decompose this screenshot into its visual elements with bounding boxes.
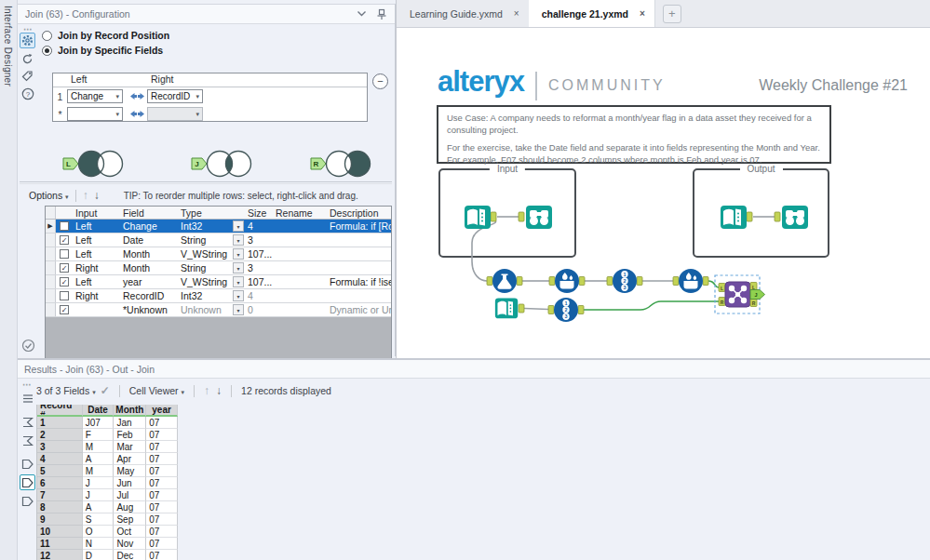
results-row[interactable]: 10OOct07 [37, 526, 178, 538]
results-row[interactable]: 6JJun07 [37, 477, 178, 489]
left-field-select[interactable]: Change▾ [67, 89, 123, 103]
cell-rename [273, 275, 327, 288]
move-up-button[interactable]: ↑ [83, 189, 88, 202]
results-column-header[interactable]: Month [114, 405, 146, 417]
row-marker [46, 247, 56, 260]
wire-recordid2-join-right[interactable] [584, 301, 719, 310]
gear-icon[interactable] [20, 33, 35, 48]
results-row[interactable]: 2FFeb07 [37, 429, 178, 441]
table-view-icon[interactable] [20, 391, 35, 407]
input-anchor-l-icon[interactable] [20, 414, 35, 430]
grid-row[interactable]: ✓LeftDateString▾3 [46, 233, 391, 247]
browse-tool[interactable] [526, 206, 552, 229]
data-cell: 07 [146, 489, 178, 501]
data-cell: 07 [146, 429, 178, 441]
text-input-tool-2[interactable] [495, 299, 518, 319]
close-icon[interactable]: × [514, 8, 519, 19]
scroll-down-button[interactable]: ↓ [216, 384, 222, 397]
reorder-tip-text: TIP: To reorder multiple rows: select, r… [124, 191, 358, 201]
remove-row-button[interactable]: − [372, 73, 388, 89]
text-input-tool[interactable] [465, 206, 491, 229]
row-checkbox[interactable] [60, 291, 69, 300]
join-tool[interactable]: L R L R J [719, 282, 765, 307]
type-dropdown[interactable]: ▾ [233, 290, 244, 301]
tag-icon[interactable] [20, 68, 35, 84]
results-column-header[interactable]: year [146, 405, 178, 417]
cell-viewer-dropdown[interactable]: Cell Viewer ▾ [129, 385, 184, 396]
record-id-tool-2[interactable]: 1 2 3 [554, 298, 578, 322]
collapse-chevron-icon[interactable] [357, 10, 367, 18]
output-anchor-l-icon[interactable] [20, 456, 35, 472]
row-checkbox[interactable]: ✓ [60, 305, 69, 314]
radio-join-by-specific-fields[interactable]: Join by Specific Fields [42, 45, 163, 56]
data-cell: 07 [146, 441, 178, 453]
results-row[interactable]: 11NNov07 [37, 538, 178, 550]
results-row[interactable]: 4AApr07 [37, 453, 178, 465]
scroll-left-icon[interactable]: ‹ [40, 556, 43, 560]
grid-row[interactable]: RightRecordIDInt32▾4 [46, 289, 391, 303]
browse-tool-output[interactable] [782, 206, 808, 229]
grid-row[interactable]: LeftMonthV_WString▾107... [46, 247, 391, 261]
text-input-tool-output[interactable] [721, 206, 747, 229]
type-dropdown[interactable]: ▾ [233, 248, 244, 260]
type-dropdown[interactable]: ▾ [233, 234, 244, 246]
radio-circle[interactable] [42, 46, 52, 56]
radio-circle[interactable] [42, 31, 52, 41]
row-checkbox[interactable]: ✓ [60, 235, 69, 245]
results-column-header[interactable]: Date [83, 405, 115, 417]
cell-input: Left [73, 275, 120, 288]
record-id-tool-1[interactable]: 1 2 3 [613, 269, 637, 293]
results-data-table[interactable]: Record #DateMonthyear1J07Jan072FFeb073MM… [36, 405, 178, 560]
row-checkbox[interactable]: ✓ [60, 263, 69, 273]
left-field-select[interactable]: ▾ [67, 107, 123, 121]
right-field-select[interactable]: RecordID▾ [147, 89, 203, 103]
results-row[interactable]: 12DDec07 [37, 550, 178, 560]
results-row[interactable]: 1J07Jan07 [37, 417, 178, 429]
type-dropdown[interactable]: ▾ [233, 304, 244, 315]
results-row[interactable]: 9SSep07 [37, 513, 178, 526]
grid-row[interactable]: ✓RightMonthString▾3 [46, 261, 391, 275]
results-row[interactable]: 7JJul07 [37, 489, 178, 501]
apply-check-icon[interactable]: ✓ [101, 384, 110, 397]
wire-textinput2-recordid2[interactable] [524, 309, 548, 310]
record-number-cell: 4 [37, 453, 83, 465]
output-anchor-r-icon[interactable] [20, 493, 35, 509]
run-settings-icon[interactable] [20, 51, 35, 67]
close-icon[interactable]: × [640, 8, 645, 19]
tab-challenge-21[interactable]: challenge 21.yxmd × [529, 0, 655, 27]
results-row[interactable]: 5MMay07 [37, 465, 178, 477]
grid-row[interactable]: ▶LeftChangeInt32▾4Formula: if [Row-1:cha… [46, 220, 391, 233]
formula-tool[interactable] [492, 269, 517, 293]
records-displayed-text: 12 records displayed [241, 385, 331, 396]
wire-cleanse2-join-left[interactable] [708, 281, 719, 287]
new-tab-button[interactable]: + [663, 5, 681, 23]
scroll-up-button[interactable]: ↑ [204, 384, 209, 397]
grid-row[interactable]: ✓*UnknownUnknown▾0Dynamic or Unknown Fie… [46, 303, 391, 317]
options-menu-button[interactable]: Options ▾ [29, 190, 69, 201]
type-dropdown[interactable]: ▾ [233, 262, 244, 273]
row-checkbox[interactable] [60, 249, 69, 259]
results-row[interactable]: 3MMar07 [37, 441, 178, 453]
tab-learning-guide[interactable]: Learning Guide.yxmd × [397, 0, 529, 27]
row-checkbox[interactable]: ✓ [60, 277, 69, 287]
cleanse-tool-2[interactable] [679, 269, 703, 293]
fields-dropdown[interactable]: 3 of 3 Fields ▾ [36, 385, 96, 396]
cell-input: Right [73, 289, 120, 302]
row-marker [46, 233, 56, 247]
pin-icon[interactable] [376, 8, 387, 20]
radio-join-by-record-position[interactable]: Join by Record Position [42, 30, 169, 41]
results-column-header[interactable]: Record # [37, 405, 83, 417]
cleanse-tool-1[interactable] [555, 269, 579, 293]
interface-designer-tab[interactable]: Interface Designer [3, 6, 13, 87]
row-checkbox[interactable] [60, 221, 69, 231]
right-field-select[interactable]: ▾ [147, 107, 203, 121]
help-icon[interactable]: ? [20, 86, 35, 101]
move-down-button[interactable]: ↓ [94, 189, 100, 202]
type-dropdown[interactable]: ▾ [233, 276, 244, 287]
output-anchor-j-icon[interactable] [20, 474, 35, 490]
cell-rename [273, 261, 327, 274]
results-row[interactable]: 8AAug07 [37, 501, 178, 513]
input-anchor-r-icon[interactable] [20, 433, 35, 448]
type-dropdown[interactable]: ▾ [233, 220, 244, 232]
grid-row[interactable]: ✓LeftyearV_WString▾107...Formula: if !is… [46, 275, 391, 289]
